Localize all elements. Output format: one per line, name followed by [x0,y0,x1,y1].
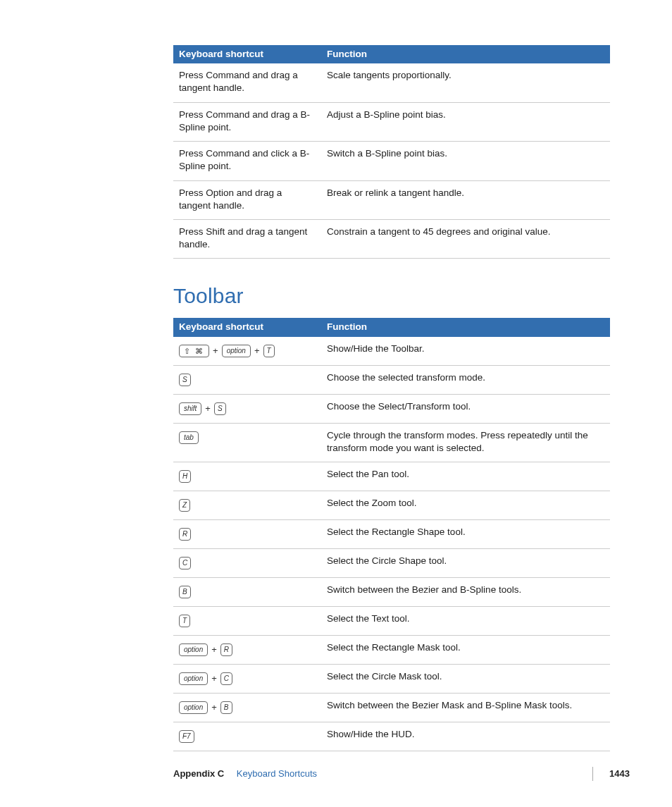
page-footer: Appendix C Keyboard Shortcuts 1443 [173,768,630,779]
letter-key-icon: C [179,557,191,569]
shortcut-cell: Press Command and drag a tangent handle. [173,63,321,102]
shortcut-cell: ⇧ ⌘+option+T [173,337,321,366]
function-cell: Show/Hide the HUD. [321,722,610,751]
function-cell: Adjust a B-Spline point bias. [321,102,610,141]
tab-key-icon: tab [179,431,199,444]
function-cell: Select the Text tool. [321,607,610,636]
table-row: TSelect the Text tool. [173,607,610,636]
function-cell: Show/Hide the Toolbar. [321,337,610,366]
shortcut-cell: T [173,607,321,636]
letter-key-icon: B [220,701,232,714]
function-cell: Select the Rectangle Shape tool. [321,520,610,549]
function-cell: Select the Circle Mask tool. [321,665,610,694]
function-cell: Switch between the Bezier Mask and B-Spl… [321,694,610,722]
function-cell: Choose the Select/Transform tool. [321,394,610,423]
table-row: RSelect the Rectangle Shape tool. [173,520,610,549]
shortcut-cell: Press Shift and drag a tangent handle. [173,219,321,258]
shortcuts-table-2: Keyboard shortcut Function ⇧ ⌘+option+TS… [173,318,610,751]
table-row: ZSelect the Zoom tool. [173,491,610,520]
command-key-icon: ⇧ ⌘ [179,345,209,357]
plus-separator: + [211,701,217,714]
function-cell: Select the Rectangle Mask tool. [321,636,610,665]
table-row: Press Command and click a B-Spline point… [173,142,610,180]
table-row: option+RSelect the Rectangle Mask tool. [173,636,610,665]
table-row: F7Show/Hide the HUD. [173,722,610,751]
table-row: SChoose the selected transform mode. [173,365,610,394]
function-cell: Switch a B-Spline point bias. [321,142,610,180]
shortcut-cell: option+R [173,636,321,665]
table-row: Press Command and drag a B-Spline point.… [173,102,610,141]
table-row: option+BSwitch between the Bezier Mask a… [173,694,610,722]
table-row: shift+SChoose the Select/Transform tool. [173,394,610,423]
plus-separator: + [211,672,217,685]
footer-page-number: 1443 [609,768,630,779]
letter-key-icon: R [179,528,191,541]
table-row: ⇧ ⌘+option+TShow/Hide the Toolbar. [173,337,610,366]
footer-title: Keyboard Shortcuts [237,768,317,779]
option-key-icon: option [179,643,208,656]
option-key-icon: option [179,672,208,685]
function-cell: Switch between the Bezier and B-Spline t… [321,578,610,607]
shortcut-cell: R [173,520,321,549]
plus-separator: + [211,643,217,656]
letter-key-icon: B [179,586,191,598]
table-row: tabCycle through the transform modes. Pr… [173,423,610,462]
shortcut-cell: C [173,549,321,578]
option-key-icon: option [222,345,251,357]
function-cell: Select the Zoom tool. [321,491,610,520]
shortcut-cell: Z [173,491,321,520]
table-row: Press Option and drag a tangent handle.B… [173,180,610,219]
letter-key-icon: H [179,470,191,483]
shortcuts-table-1: Keyboard shortcut Function Press Command… [173,45,610,259]
table-row: HSelect the Pan tool. [173,462,610,491]
plus-separator: + [213,345,218,357]
function-cell: Cycle through the transform modes. Press… [321,423,610,462]
function-cell: Scale tangents proportionally. [321,63,610,102]
function-cell: Break or relink a tangent handle. [321,180,610,219]
shortcut-cell: B [173,578,321,607]
col-header-shortcut: Keyboard shortcut [173,45,321,63]
shortcut-cell: option+B [173,694,321,722]
function-cell: Select the Circle Shape tool. [321,549,610,578]
section-title-toolbar: Toolbar [173,284,610,308]
shortcut-cell: F7 [173,722,321,751]
function-cell: Constrain a tangent to 45 degrees and or… [321,219,610,258]
col-header-function: Function [321,318,610,336]
table-row: CSelect the Circle Shape tool. [173,549,610,578]
table-row: Press Command and drag a tangent handle.… [173,63,610,102]
letter-key-icon: T [179,615,190,627]
letter-key-icon: T [263,345,275,357]
letter-key-icon: S [179,374,191,386]
shortcut-cell: tab [173,423,321,462]
shortcut-cell: option+C [173,665,321,694]
function-cell: Select the Pan tool. [321,462,610,491]
letter-key-icon: F7 [179,730,194,743]
shortcut-cell: Press Command and drag a B-Spline point. [173,102,321,141]
shortcut-cell: shift+S [173,394,321,423]
shortcut-cell: H [173,462,321,491]
plus-separator: + [254,345,260,357]
shortcut-cell: Press Command and click a B-Spline point… [173,142,321,180]
col-header-function: Function [321,45,610,63]
table-row: option+CSelect the Circle Mask tool. [173,665,610,694]
footer-divider [592,767,593,781]
letter-key-icon: R [220,643,232,656]
letter-key-icon: C [220,672,232,685]
plus-separator: + [205,402,211,415]
footer-appendix: Appendix C [173,768,224,779]
table-row: BSwitch between the Bezier and B-Spline … [173,578,610,607]
function-cell: Choose the selected transform mode. [321,365,610,394]
col-header-shortcut: Keyboard shortcut [173,318,321,336]
shortcut-cell: Press Option and drag a tangent handle. [173,180,321,219]
table-row: Press Shift and drag a tangent handle.Co… [173,219,610,258]
shift-key-icon: shift [179,402,201,415]
letter-key-icon: S [214,402,226,415]
shortcut-cell: S [173,365,321,394]
option-key-icon: option [179,701,208,714]
letter-key-icon: Z [179,499,190,512]
